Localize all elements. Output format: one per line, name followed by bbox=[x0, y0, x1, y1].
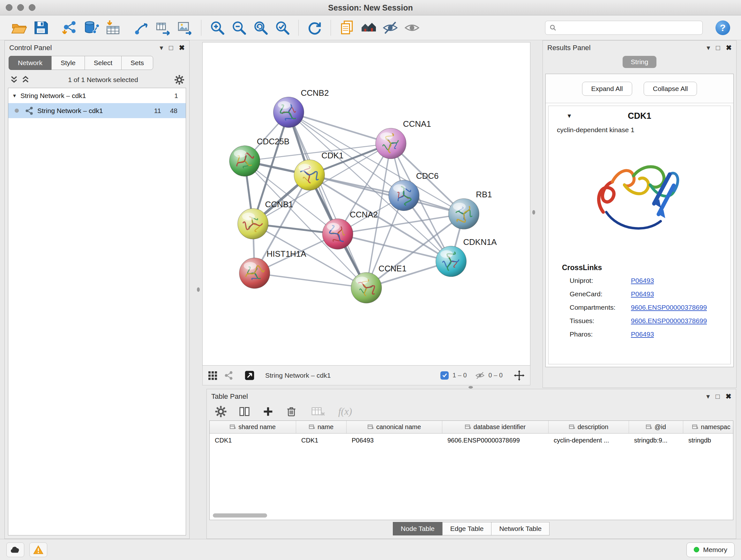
open-session-button[interactable] bbox=[10, 18, 28, 37]
function-builder-button[interactable]: f(x) bbox=[338, 406, 352, 417]
column-header-name[interactable]: name bbox=[296, 421, 347, 433]
edge-CCNB2-CCNA1[interactable] bbox=[288, 112, 391, 144]
vertical-splitter-handle-right[interactable] bbox=[532, 210, 535, 214]
network-graph[interactable]: CCNB2CCNA1CDC25BCDK1CDC6RB1CCNB1CCNA2CDK… bbox=[203, 43, 530, 365]
crosslink-tissues-link[interactable]: 9606.ENSP00000378699 bbox=[631, 317, 707, 325]
edge-CDK1-RB1[interactable] bbox=[309, 175, 464, 214]
tree-expand-icon[interactable]: ▼ bbox=[12, 93, 20, 98]
column-header-namespace[interactable]: namespac bbox=[683, 421, 733, 433]
pan-mode-button[interactable] bbox=[514, 370, 525, 381]
table-horizontal-scrollbar[interactable] bbox=[212, 513, 731, 518]
tab-select[interactable]: Select bbox=[84, 56, 122, 70]
cloud-status-button[interactable] bbox=[6, 543, 24, 557]
import-network-database-button[interactable] bbox=[82, 18, 100, 37]
network-options-button[interactable] bbox=[174, 74, 185, 85]
zoom-selected-button[interactable] bbox=[273, 18, 292, 37]
selected-nodes-checkbox[interactable] bbox=[441, 371, 449, 380]
tab-sets[interactable]: Sets bbox=[121, 56, 153, 70]
node-CDKN1A[interactable]: CDKN1A bbox=[436, 238, 497, 277]
add-column-button[interactable] bbox=[262, 405, 274, 418]
collapse-all-networks-button[interactable] bbox=[9, 76, 19, 84]
show-all-button[interactable] bbox=[403, 18, 421, 37]
table-row[interactable]: CDK1 CDK1 P06493 9606.ENSP00000378699 cy… bbox=[210, 434, 733, 447]
crosslink-compartments-link[interactable]: 9606.ENSP00000378699 bbox=[631, 304, 707, 311]
network-list-button[interactable] bbox=[224, 371, 233, 380]
panel-menu-icon[interactable]: ▾ bbox=[706, 393, 710, 400]
import-table-button[interactable] bbox=[104, 18, 122, 37]
tab-style[interactable]: Style bbox=[51, 56, 85, 70]
cell-namespace[interactable]: stringdb bbox=[683, 434, 733, 447]
panel-menu-icon[interactable]: ▾ bbox=[706, 44, 710, 51]
node-CCNE1[interactable]: CCNE1 bbox=[351, 264, 407, 303]
tab-network-table[interactable]: Network Table bbox=[491, 522, 549, 536]
column-header-shared-name[interactable]: shared name bbox=[210, 421, 296, 433]
network-row[interactable]: String Network – cdk1 11 48 bbox=[8, 103, 186, 118]
node-HIST1H1A[interactable]: HIST1H1A bbox=[239, 249, 307, 289]
memory-button[interactable]: Memory bbox=[686, 543, 735, 557]
cell-name[interactable]: CDK1 bbox=[296, 434, 347, 447]
panel-maximize-icon[interactable]: □ bbox=[716, 393, 720, 400]
refresh-icon bbox=[307, 20, 323, 36]
cell-id[interactable]: stringdb:9... bbox=[629, 434, 683, 447]
cell-canonical-name[interactable]: P06493 bbox=[347, 434, 442, 447]
crosslink-pharos-link[interactable]: P06493 bbox=[631, 330, 654, 338]
crosslink-uniprot-link[interactable]: P06493 bbox=[631, 277, 654, 285]
scrollbar-thumb[interactable] bbox=[213, 513, 267, 517]
column-header-canonical-name[interactable]: canonical name bbox=[347, 421, 442, 433]
zoom-out-button[interactable] bbox=[230, 18, 248, 37]
crosslink-genecard-link[interactable]: P06493 bbox=[631, 290, 654, 298]
warnings-button[interactable] bbox=[29, 543, 47, 557]
table-options-button[interactable] bbox=[214, 405, 227, 418]
network-canvas[interactable]: CCNB2CCNA1CDC25BCDK1CDC6RB1CCNB1CCNA2CDK… bbox=[202, 42, 530, 366]
panel-maximize-icon[interactable]: □ bbox=[716, 44, 720, 51]
grid-view-button[interactable] bbox=[208, 371, 217, 380]
column-header-description[interactable]: description bbox=[549, 421, 629, 433]
tab-node-table[interactable]: Node Table bbox=[393, 522, 443, 536]
cell-database-identifier[interactable]: 9606.ENSP00000378699 bbox=[442, 434, 549, 447]
panel-menu-icon[interactable]: ▾ bbox=[159, 44, 163, 51]
panel-close-icon[interactable]: ✖ bbox=[726, 393, 731, 400]
node-RB1[interactable]: RB1 bbox=[448, 190, 492, 229]
clear-table-button[interactable] bbox=[312, 406, 326, 417]
tab-network[interactable]: Network bbox=[9, 56, 52, 70]
save-session-button[interactable] bbox=[31, 18, 50, 37]
navigator-toggle-button[interactable] bbox=[244, 370, 255, 381]
column-header-id[interactable]: @id bbox=[629, 421, 683, 433]
duplicate-document-button[interactable] bbox=[338, 18, 356, 37]
cybrowser-button[interactable] bbox=[359, 18, 378, 37]
panel-close-icon[interactable]: ✖ bbox=[726, 44, 732, 51]
search-input[interactable] bbox=[560, 23, 698, 32]
apply-layout-button[interactable] bbox=[306, 18, 324, 37]
section-expand-icon[interactable]: ▼ bbox=[566, 113, 572, 119]
new-network-table-button[interactable] bbox=[154, 18, 173, 37]
panel-maximize-icon[interactable]: □ bbox=[169, 44, 173, 51]
first-neighbors-button[interactable] bbox=[132, 18, 151, 37]
horizontal-splitter-handle[interactable] bbox=[468, 386, 473, 388]
collapse-all-button[interactable]: Collapse All bbox=[644, 82, 697, 96]
node-CCNA1[interactable]: CCNA1 bbox=[376, 119, 431, 159]
node-CDC6[interactable]: CDC6 bbox=[389, 172, 439, 211]
help-button[interactable]: ? bbox=[716, 20, 730, 35]
cell-shared-name[interactable]: CDK1 bbox=[210, 434, 296, 447]
panel-close-icon[interactable]: ✖ bbox=[179, 44, 185, 51]
cell-description[interactable]: cyclin-dependent ... bbox=[549, 434, 629, 447]
hide-selected-button[interactable] bbox=[381, 18, 400, 37]
vertical-splitter-handle[interactable] bbox=[197, 287, 200, 292]
tab-edge-table[interactable]: Edge Table bbox=[442, 522, 492, 536]
network-collection-row[interactable]: ▼ String Network – cdk1 1 bbox=[8, 88, 186, 103]
export-image-button[interactable] bbox=[176, 18, 194, 37]
delete-column-button[interactable] bbox=[285, 405, 297, 418]
zoom-in-button[interactable] bbox=[208, 18, 226, 37]
gene-section-header[interactable]: ▼ CDK1 bbox=[549, 106, 731, 124]
network-collection-label: String Network – cdk1 bbox=[20, 92, 86, 100]
edge-HIST1H1A-CCNE1[interactable] bbox=[255, 273, 366, 288]
string-tab-badge[interactable]: String bbox=[623, 56, 657, 68]
expand-all-networks-button[interactable] bbox=[21, 76, 30, 84]
import-network-file-button[interactable] bbox=[60, 18, 79, 37]
expand-all-button[interactable]: Expand All bbox=[582, 82, 632, 96]
zoom-fit-button[interactable] bbox=[252, 18, 270, 37]
column-header-database-identifier[interactable]: database identifier bbox=[442, 421, 549, 433]
node-CDK1[interactable]: CDK1 bbox=[294, 151, 343, 190]
edge-CCNB2-CCNE1[interactable] bbox=[288, 112, 366, 288]
show-columns-button[interactable] bbox=[238, 405, 251, 418]
